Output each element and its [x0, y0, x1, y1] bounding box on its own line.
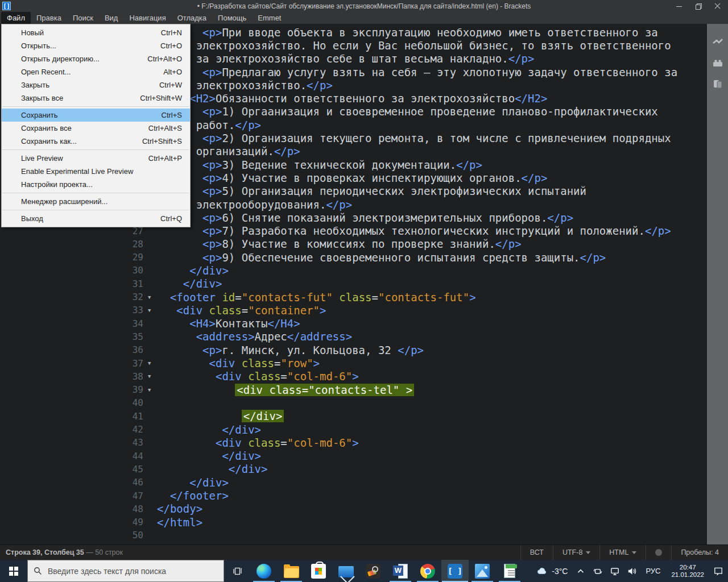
fold-arrow-icon[interactable]: ▼ [148, 387, 157, 393]
live-preview-icon[interactable] [712, 36, 723, 50]
file-menu-item-close-all[interactable]: Закрыть всеCtrl+Shift+W [2, 92, 190, 105]
fold-arrow-icon[interactable]: ▼ [148, 294, 157, 300]
line-number: 36 [0, 344, 148, 355]
code-text: <p>7) Разработка необходимых технологиче… [202, 225, 671, 237]
code-text: электрохозяйство.</p> [196, 79, 333, 92]
taskbar-app-store[interactable] [305, 560, 332, 582]
minimize-button[interactable] [676, 3, 682, 10]
file-menu-item-extension-manager[interactable]: Менеджер расширений... [2, 195, 190, 208]
brackets-icon: [ ] [448, 564, 462, 579]
taskbar-app-edge[interactable] [250, 560, 278, 582]
right-toolbar [707, 24, 728, 544]
insert-mode-indicator[interactable]: ВСТ [520, 545, 553, 560]
code-text: </html> [157, 516, 202, 529]
file-menu-item-new[interactable]: НовыйCtrl+N [2, 26, 190, 39]
line-number: 32 [0, 292, 148, 302]
file-menu-item-save-all[interactable]: Сохранить всеCtrl+Alt+S [2, 122, 190, 135]
menu-item-shortcut: Ctrl+O [160, 41, 182, 50]
menu-item-shortcut: Ctrl+Shift+S [142, 137, 182, 146]
documents-icon[interactable] [712, 78, 723, 92]
file-menu-item-exit[interactable]: ВыходCtrl+Q [2, 212, 190, 225]
extension-manager-icon[interactable] [712, 57, 723, 71]
code-text: <p>Предлагаю услугу взять на себя — эту … [202, 66, 677, 78]
taskbar-app-mail[interactable] [332, 560, 359, 582]
code-text: <div class="contacts-tel" > [235, 384, 414, 396]
taskbar-apps: [ ] [250, 560, 523, 582]
file-menu-item-save-as[interactable]: Сохранить как...Ctrl+Shift+S [2, 135, 190, 148]
language-indicator[interactable]: РУС [642, 567, 664, 575]
code-text: <p>4) Участие в проверках инспектирующих… [202, 172, 547, 184]
indent-settings[interactable]: Пробелы: 4 [671, 545, 728, 560]
fold-arrow-icon[interactable]: ▼ [148, 373, 157, 379]
search-icon [34, 567, 42, 575]
file-menu-item-live-preview[interactable]: Live PreviewCtrl+Alt+P [2, 152, 190, 165]
fold-arrow-icon[interactable]: ▼ [148, 360, 157, 366]
code-text: </div> [222, 450, 261, 462]
menu-separator [2, 193, 189, 193]
code-row-44: 44</div> [0, 450, 728, 463]
taskbar-app-photos[interactable] [469, 560, 496, 582]
line-number: 35 [0, 331, 148, 342]
notification-center-icon[interactable] [711, 564, 726, 579]
network-icon[interactable] [607, 564, 622, 579]
status-right: ВСТ UTF-8 HTML Пробелы: 4 [520, 545, 728, 560]
fold-arrow-icon[interactable]: ▼ [148, 307, 157, 313]
code-text: <p>1) Оргаанизация и своевременное прове… [202, 105, 658, 118]
code-text: </div> [229, 463, 268, 475]
menubar-item-navigate[interactable]: Навигация [123, 12, 171, 24]
line-count: 50 строк [95, 548, 123, 556]
start-button[interactable] [0, 560, 27, 582]
encoding-select[interactable]: UTF-8 [553, 545, 599, 560]
window-title: • F:/Разработка сайтов/Сайт обслуживание… [0, 2, 728, 10]
edge-icon [257, 564, 271, 579]
menubar-item-view[interactable]: Вид [99, 12, 124, 24]
menu-separator [2, 149, 189, 150]
code-text: </body> [157, 502, 202, 515]
menu-item-label: Новый [21, 28, 161, 37]
restore-button[interactable] [695, 3, 702, 10]
taskbar-app-chrome[interactable] [414, 560, 441, 582]
taskbar-app-project-doc[interactable] [496, 560, 523, 582]
taskbar-app-keys-app[interactable] [359, 560, 387, 582]
menu-item-shortcut: Ctrl+Alt+O [147, 55, 182, 63]
code-text: <div class="container"> [176, 304, 326, 317]
file-menu-item-open-recent[interactable]: Open Recent...Alt+O [2, 65, 190, 78]
menubar-item-edit[interactable]: Правка [31, 12, 67, 24]
menubar-item-debug[interactable]: Отладка [172, 12, 212, 24]
task-view-button[interactable] [224, 560, 250, 582]
menu-item-label: Выход [21, 214, 160, 223]
weather-cloud-icon[interactable] [535, 564, 549, 579]
code-row-41: 41</div> [0, 410, 728, 423]
menubar-item-find[interactable]: Поиск [67, 12, 99, 24]
code-row-48: 48</body> [0, 502, 728, 516]
taskbar-app-explorer[interactable] [278, 560, 305, 582]
code-row-46: 46</div> [0, 476, 728, 489]
line-number: 28 [0, 239, 148, 250]
language-select[interactable]: HTML [599, 545, 646, 560]
menubar-item-emmet[interactable]: Emmet [252, 12, 287, 24]
close-button[interactable] [714, 3, 721, 10]
taskbar-search-input[interactable]: Введите здесь текст для поиска [27, 560, 224, 582]
chevron-up-icon[interactable] [573, 564, 588, 579]
code-text: <p>3) Ведение технической документации.<… [202, 159, 482, 171]
menu-item-label: Менеджер расширений... [21, 197, 182, 206]
file-menu-item-project-settings[interactable]: Настройки проекта... [2, 178, 190, 191]
file-menu-item-open[interactable]: Открыть...Ctrl+O [2, 39, 190, 52]
file-menu-item-save[interactable]: СохранитьCtrl+S [2, 109, 190, 122]
line-number: 30 [0, 265, 148, 276]
volume-icon[interactable] [624, 564, 639, 579]
file-menu-item-close[interactable]: ЗакрытьCtrl+W [2, 78, 190, 92]
file-menu-item-enable-experimental-live-preview[interactable]: Enable Experimental Live Preview [2, 165, 190, 178]
taskbar-app-word[interactable] [387, 560, 414, 582]
file-menu-item-open-folder[interactable]: Открыть директорию...Ctrl+Alt+O [2, 52, 190, 65]
menubar-item-file[interactable]: Файл [1, 12, 31, 24]
menubar-item-help[interactable]: Помощь [212, 12, 252, 24]
taskbar-app-brackets[interactable]: [ ] [441, 560, 469, 582]
lint-status[interactable] [646, 545, 671, 560]
taskbar-clock[interactable]: 20:4721.01.2022 [667, 564, 709, 579]
menu-item-label: Открыть директорию... [21, 55, 147, 63]
menu-item-shortcut: Ctrl+Alt+S [148, 124, 182, 132]
weather-temperature[interactable]: -3°C [552, 567, 568, 576]
line-number: 44 [0, 451, 148, 462]
sync-device-icon[interactable] [590, 564, 605, 579]
